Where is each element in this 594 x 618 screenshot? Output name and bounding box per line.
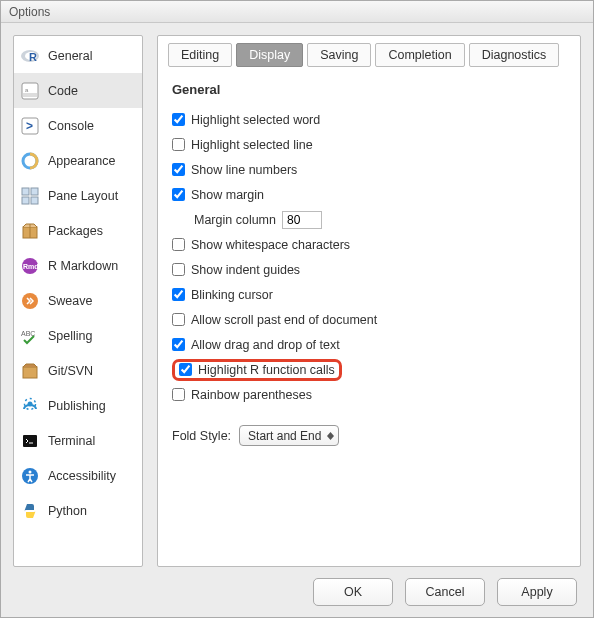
sidebar-item-label: Packages — [48, 224, 103, 238]
fold-style-label: Fold Style: — [172, 429, 231, 443]
option-label: Highlight R function calls — [198, 363, 335, 377]
option-label: Show indent guides — [191, 263, 300, 277]
accessibility-icon — [20, 466, 40, 486]
checkbox[interactable] — [172, 388, 185, 401]
fold-style-row: Fold Style: Start and End — [172, 425, 566, 446]
sidebar-item-git-svn[interactable]: Git/SVN — [14, 353, 142, 388]
fold-style-select[interactable]: Start and End — [239, 425, 339, 446]
tab-editing[interactable]: Editing — [168, 43, 232, 67]
svg-rect-17 — [23, 367, 37, 378]
checkbox[interactable] — [172, 138, 185, 151]
opt-show-margin[interactable]: Show margin — [172, 182, 566, 207]
checkbox[interactable] — [172, 163, 185, 176]
options-dialog: Options R General a Code > Console — [0, 0, 594, 618]
sidebar-item-general[interactable]: R General — [14, 38, 142, 73]
sidebar: R General a Code > Console Appea — [13, 35, 143, 567]
dialog-body: R General a Code > Console Appea — [1, 23, 593, 567]
sweave-icon — [20, 291, 40, 311]
checkbox[interactable] — [172, 113, 185, 126]
sidebar-item-packages[interactable]: Packages — [14, 213, 142, 248]
sidebar-item-console[interactable]: > Console — [14, 108, 142, 143]
sidebar-item-code[interactable]: a Code — [14, 73, 142, 108]
sidebar-item-label: Spelling — [48, 329, 92, 343]
sidebar-item-label: Sweave — [48, 294, 92, 308]
ok-button[interactable]: OK — [313, 578, 393, 606]
python-icon — [20, 501, 40, 521]
updown-icon — [327, 431, 334, 441]
sidebar-item-label: Code — [48, 84, 78, 98]
sidebar-item-spelling[interactable]: ABC Spelling — [14, 318, 142, 353]
tab-diagnostics[interactable]: Diagnostics — [469, 43, 560, 67]
option-label: Show line numbers — [191, 163, 297, 177]
opt-highlight-selected-word[interactable]: Highlight selected word — [172, 107, 566, 132]
option-label: Allow scroll past end of document — [191, 313, 377, 327]
git-icon — [20, 361, 40, 381]
svg-rect-9 — [31, 188, 38, 195]
apply-button[interactable]: Apply — [497, 578, 577, 606]
option-label: Show whitespace characters — [191, 238, 350, 252]
option-label: Show margin — [191, 188, 264, 202]
svg-point-22 — [29, 470, 32, 473]
opt-highlight-r-function-calls[interactable]: Highlight R function calls — [172, 357, 566, 382]
tab-bar: Editing Display Saving Completion Diagno… — [168, 35, 570, 67]
sidebar-item-label: Pane Layout — [48, 189, 118, 203]
opt-show-whitespace[interactable]: Show whitespace characters — [172, 232, 566, 257]
sidebar-item-rmarkdown[interactable]: Rmd R Markdown — [14, 248, 142, 283]
svg-text:R: R — [29, 51, 37, 63]
packages-icon — [20, 221, 40, 241]
sidebar-item-accessibility[interactable]: Accessibility — [14, 458, 142, 493]
opt-rainbow-parentheses[interactable]: Rainbow parentheses — [172, 382, 566, 407]
checkbox[interactable] — [172, 313, 185, 326]
sidebar-item-terminal[interactable]: Terminal — [14, 423, 142, 458]
margin-column-label: Margin column — [194, 213, 276, 227]
sidebar-item-label: Python — [48, 504, 87, 518]
window-title: Options — [1, 1, 593, 23]
opt-blinking-cursor[interactable]: Blinking cursor — [172, 282, 566, 307]
code-icon: a — [20, 81, 40, 101]
sidebar-item-publishing[interactable]: Publishing — [14, 388, 142, 423]
pane-layout-icon — [20, 186, 40, 206]
spelling-icon: ABC — [20, 326, 40, 346]
sidebar-item-label: Publishing — [48, 399, 106, 413]
sidebar-item-sweave[interactable]: Sweave — [14, 283, 142, 318]
sidebar-item-label: Accessibility — [48, 469, 116, 483]
tab-display[interactable]: Display — [236, 43, 303, 67]
svg-text:Rmd: Rmd — [23, 263, 39, 270]
svg-rect-8 — [22, 188, 29, 195]
cancel-button[interactable]: Cancel — [405, 578, 485, 606]
checkbox[interactable] — [172, 288, 185, 301]
sidebar-item-label: Appearance — [48, 154, 115, 168]
sidebar-item-python[interactable]: Python — [14, 493, 142, 528]
display-section: General Highlight selected word Highligh… — [172, 82, 566, 558]
option-label: Highlight selected word — [191, 113, 320, 127]
tab-completion[interactable]: Completion — [375, 43, 464, 67]
margin-column-input[interactable] — [282, 211, 322, 229]
sidebar-item-pane-layout[interactable]: Pane Layout — [14, 178, 142, 213]
sidebar-item-appearance[interactable]: Appearance — [14, 143, 142, 178]
sidebar-item-label: Console — [48, 119, 94, 133]
opt-drag-drop-text[interactable]: Allow drag and drop of text — [172, 332, 566, 357]
option-label: Rainbow parentheses — [191, 388, 312, 402]
option-label: Highlight selected line — [191, 138, 313, 152]
select-value: Start and End — [248, 429, 321, 443]
highlight-annotation: Highlight R function calls — [172, 359, 342, 381]
sidebar-item-label: General — [48, 49, 92, 63]
checkbox[interactable] — [172, 263, 185, 276]
sidebar-item-label: Git/SVN — [48, 364, 93, 378]
svg-rect-11 — [31, 197, 38, 204]
checkbox[interactable] — [179, 363, 192, 376]
opt-highlight-selected-line[interactable]: Highlight selected line — [172, 132, 566, 157]
appearance-icon — [20, 151, 40, 171]
checkbox[interactable] — [172, 238, 185, 251]
opt-scroll-past-end[interactable]: Allow scroll past end of document — [172, 307, 566, 332]
tab-saving[interactable]: Saving — [307, 43, 371, 67]
section-heading: General — [172, 82, 566, 97]
opt-show-indent-guides[interactable]: Show indent guides — [172, 257, 566, 282]
option-label: Allow drag and drop of text — [191, 338, 340, 352]
console-icon: > — [20, 116, 40, 136]
svg-rect-20 — [23, 435, 37, 447]
checkbox[interactable] — [172, 338, 185, 351]
sidebar-item-label: R Markdown — [48, 259, 118, 273]
opt-show-line-numbers[interactable]: Show line numbers — [172, 157, 566, 182]
checkbox[interactable] — [172, 188, 185, 201]
